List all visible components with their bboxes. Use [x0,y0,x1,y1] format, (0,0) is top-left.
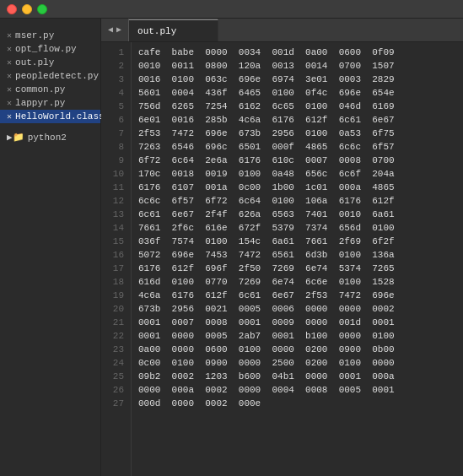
traffic-lights [7,4,47,14]
line-number-18: 18 [108,275,124,289]
folder-icon: 📁 [13,132,24,143]
code-line-21: 0001 0007 0008 0001 0009 0000 001d 0001 [138,316,456,329]
sidebar-folders-list: ▶📁python2 [0,130,100,144]
line-number-27: 27 [108,397,124,410]
sidebar-item-common-py[interactable]: ✕common.py [0,83,100,96]
sidebar-file-label: common.py [15,84,65,95]
line-number-17: 17 [108,262,124,275]
sidebar-file-label: opt_flow.py [15,44,77,54]
code-line-5: 756d 6265 7254 6162 6c65 0100 046d 6169 [138,100,456,113]
line-number-21: 21 [108,316,124,329]
sidebar-file-label: HelloWorld.class [15,111,105,122]
code-line-7: 2f53 7472 696e 673b 2956 0100 0a53 6f75 [138,127,456,140]
sidebar-item-opt_flow-py[interactable]: ✕opt_flow.py [0,42,100,56]
tabs-container: mser.py✕opt_flow.py✕out.ply [129,19,218,41]
maximize-button[interactable] [37,4,47,14]
line-number-23: 23 [108,343,124,356]
file-x-icon: ✕ [7,30,12,41]
code-line-15: 036f 7574 0100 154c 6a61 7661 2f69 6f2f [138,235,456,248]
nav-forward-arrow[interactable]: ▶ [115,24,123,35]
line-number-16: 16 [108,248,124,262]
code-line-13: 6c61 6e67 2f4f 626a 6563 7401 0010 6a61 [138,208,456,221]
tabs-bar: ◀ ▶ mser.py✕opt_flow.py✕out.ply [101,19,463,42]
code-line-10: 170c 0018 0019 0100 0a48 656c 6c6f 204a [138,167,456,181]
line-number-12: 12 [108,194,124,208]
sidebar-files-list: ✕mser.py✕opt_flow.py✕out.ply✕peopledetec… [0,29,100,123]
sidebar-item-mser-py[interactable]: ✕mser.py [0,29,100,42]
line-number-5: 5 [108,100,124,113]
sidebar-item-peopledetect-py[interactable]: ✕peopledetect.py [0,69,100,83]
sidebar-file-label: peopledetect.py [15,71,99,81]
code-line-12: 6c6c 6f57 6f72 6c64 0100 106a 6176 612f [138,194,456,208]
file-x-icon: ✕ [7,57,12,68]
code-line-25: 09b2 0002 1203 b600 04b1 0000 0001 000a [138,370,456,383]
line-number-7: 7 [108,127,124,140]
file-x-icon: ✕ [7,71,12,81]
line-number-4: 4 [108,86,124,100]
line-number-10: 10 [108,167,124,181]
folder-label: python2 [28,133,67,143]
line-number-2: 2 [108,59,124,73]
line-number-6: 6 [108,113,124,127]
code-line-9: 6f72 6c64 2e6a 6176 610c 0007 0008 0700 [138,154,456,167]
code-line-8: 7263 6546 696c 6501 000f 4865 6c6c 6f57 [138,140,456,154]
line-number-24: 24 [108,356,124,370]
line-number-3: 3 [108,73,124,86]
code-line-1: cafe babe 0000 0034 001d 0a00 0600 0f09 [138,46,456,59]
sidebar-file-label: lappyr.py [15,98,65,108]
sidebar-item-out-ply[interactable]: ✕out.ply [0,56,100,69]
nav-back-arrow[interactable]: ◀ [106,24,115,35]
code-line-2: 0010 0011 0800 120a 0013 0014 0700 1507 [138,59,456,73]
tab-out-ply[interactable]: out.ply [129,19,218,41]
code-line-4: 5601 0004 436f 6465 0100 0f4c 696e 654e [138,86,456,100]
sidebar: ✕mser.py✕opt_flow.py✕out.ply✕peopledetec… [0,19,101,476]
code-line-3: 0016 0100 063c 696e 6974 3e01 0003 2829 [138,73,456,86]
line-number-26: 26 [108,383,124,397]
line-number-22: 22 [108,329,124,343]
sidebar-item-HelloWorld-class[interactable]: ✕HelloWorld.class [0,110,100,123]
file-x-icon: ✕ [7,98,12,108]
code-line-14: 7661 2f6c 616e 672f 5379 7374 656d 0100 [138,221,456,235]
nav-arrows: ◀ ▶ [101,19,129,41]
code-area[interactable]: 1234567891011121314151617181920212223242… [101,42,463,476]
line-number-9: 9 [108,154,124,167]
code-line-20: 673b 2956 0021 0005 0006 0000 0000 0002 [138,302,456,316]
main-layout: ✕mser.py✕opt_flow.py✕out.ply✕peopledetec… [0,19,463,476]
sidebar-file-label: mser.py [15,30,54,41]
file-x-icon: ✕ [7,111,12,122]
code-line-17: 6176 612f 696f 2f50 7269 6e74 5374 7265 [138,262,456,275]
code-line-24: 0c00 0100 0900 0000 2500 0200 0100 0000 [138,356,456,370]
file-x-icon: ✕ [7,44,12,54]
code-line-18: 616d 0100 0770 7269 6e74 6c6e 0100 1528 [138,275,456,289]
sidebar-folder-python2[interactable]: ▶📁python2 [0,130,100,144]
triangle-icon: ▶ [7,132,13,143]
line-number-19: 19 [108,289,124,302]
line-number-25: 25 [108,370,124,383]
line-number-14: 14 [108,221,124,235]
line-number-1: 1 [108,46,124,59]
code-content: cafe babe 0000 0034 001d 0a00 0600 0f090… [132,42,463,476]
tab-label: out.ply [137,26,176,36]
minimize-button[interactable] [22,4,32,14]
code-line-26: 0000 000a 0002 0000 0004 0008 0005 0001 [138,383,456,397]
sidebar-file-label: out.ply [15,57,54,68]
code-line-19: 4c6a 6176 612f 6c61 6e67 2f53 7472 696e [138,289,456,302]
content-area: ◀ ▶ mser.py✕opt_flow.py✕out.ply 12345678… [101,19,463,476]
line-number-8: 8 [108,140,124,154]
code-line-16: 5072 696e 7453 7472 6561 6d3b 0100 136a [138,248,456,262]
code-line-11: 6176 6107 001a 0c00 1b00 1c01 000a 4865 [138,181,456,194]
close-button[interactable] [7,4,17,14]
line-number-13: 13 [108,208,124,221]
line-number-15: 15 [108,235,124,248]
sidebar-item-lappyr-py[interactable]: ✕lappyr.py [0,96,100,110]
code-line-6: 6e01 0016 285b 4c6a 6176 612f 6c61 6e67 [138,113,456,127]
line-numbers: 1234567891011121314151617181920212223242… [101,42,132,476]
open-files-section: ✕mser.py✕opt_flow.py✕out.ply✕peopledetec… [0,25,100,123]
titlebar [0,0,463,19]
code-line-22: 0001 0000 0005 2ab7 0001 b100 0000 0100 [138,329,456,343]
line-number-20: 20 [108,302,124,316]
code-line-27: 000d 0000 0002 000e [138,397,456,410]
line-number-11: 11 [108,181,124,194]
file-x-icon: ✕ [7,84,12,95]
folders-section: ▶📁python2 [0,127,100,144]
